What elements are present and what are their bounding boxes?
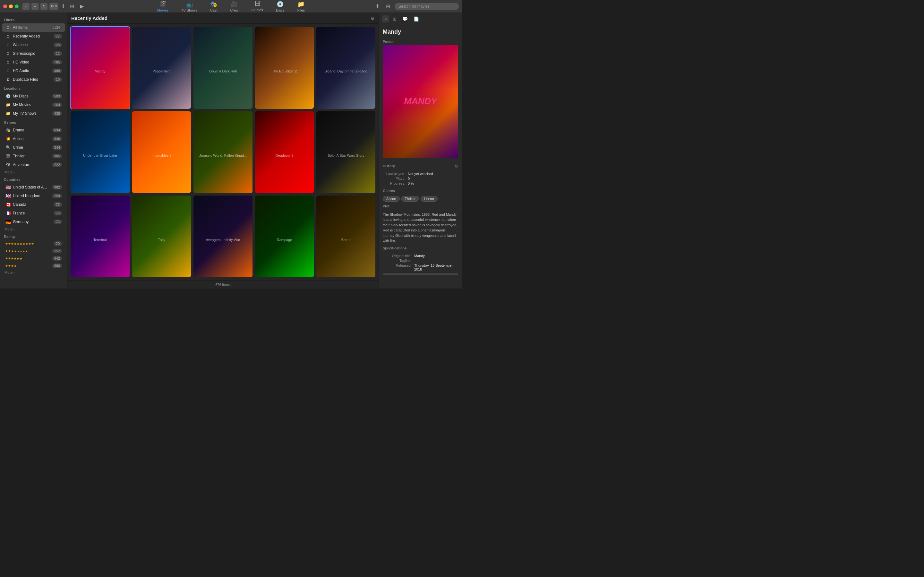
- sidebar: Filters ⊙ All Items 1134 ⊙ Recently Adde…: [0, 13, 67, 288]
- hd-audio-count: 488: [52, 69, 62, 73]
- drama-label: Drama: [13, 128, 52, 132]
- stereoscopic-label: Stereoscopic: [13, 51, 53, 56]
- play-button[interactable]: ▶: [78, 3, 86, 10]
- sidebar-item-hd-video[interactable]: ⊙ HD Video 785: [2, 58, 65, 66]
- sidebar-item-watchlist[interactable]: ⊙ Watchlist 28: [2, 41, 65, 49]
- content-settings-button[interactable]: ⚙: [371, 16, 375, 21]
- close-button[interactable]: [3, 5, 7, 8]
- refresh-button[interactable]: ↻: [40, 3, 47, 10]
- movie-card-8[interactable]: Jurassic World: Fallen Kingd... Jurassic…: [194, 111, 252, 193]
- sidebar-item-my-tv-shows[interactable]: 📁 My TV Shows 438: [2, 109, 65, 118]
- movie-card-9[interactable]: Deadpool 2 Deadpool 2 ★★★★·: [255, 111, 314, 193]
- sidebar-item-canada[interactable]: 🇨🇦 Canada 78: [2, 200, 65, 209]
- maximize-button[interactable]: [15, 5, 19, 8]
- sidebar-item-drama[interactable]: 🎭 Drama 694: [2, 126, 65, 134]
- filter-button[interactable]: ⊞: [384, 3, 392, 10]
- movie-card-11[interactable]: Terminal Terminal ★★★··: [71, 195, 129, 277]
- rating-4-stars: ★★★★: [5, 264, 52, 268]
- movie-card-2[interactable]: Peppermint Peppermint ★★★··: [132, 27, 191, 109]
- share-button[interactable]: ⬆: [373, 3, 381, 10]
- sidebar-item-rating-6[interactable]: ★★★★★★ 442: [2, 255, 65, 262]
- files-icon: 📁: [297, 1, 304, 8]
- tab-discs[interactable]: 💿 Discs: [270, 0, 291, 13]
- tab-movies[interactable]: 🎬 Movies: [151, 0, 175, 13]
- crime-label: Crime: [13, 145, 52, 150]
- add-button[interactable]: +: [23, 3, 29, 10]
- movie-card-5[interactable]: Sicario: Day of the Soldado Sicario: Day…: [317, 27, 375, 109]
- genres-tags-container: ActionThrillerHorror: [379, 196, 462, 201]
- sidebar-item-all-items[interactable]: ⊙ All Items 1134: [2, 23, 65, 32]
- sidebar-item-crime[interactable]: 🔍 Crime 344: [2, 143, 65, 152]
- sidebar-item-duplicate-files[interactable]: ⧉ Duplicate Files 10: [2, 75, 65, 84]
- tab-studios[interactable]: 🎞 Studios: [245, 0, 270, 13]
- genre-tag-horror[interactable]: Horror: [421, 196, 438, 201]
- detail-tab-doc[interactable]: 📄: [411, 15, 421, 23]
- detail-toolbar: ≡ ⊞ 💬 📄: [379, 13, 462, 25]
- movie-card-6[interactable]: Under the Silver Lake Under the Silver L…: [71, 111, 129, 193]
- movie-card-7[interactable]: Incredibles 2 Incredibles 2 ★★★★·: [132, 111, 191, 193]
- rating-more[interactable]: More ›: [0, 269, 67, 276]
- movie-card-14[interactable]: Rampage Rampage ★★★··: [255, 195, 314, 277]
- adventure-icon: 🗺: [5, 162, 11, 168]
- movie-card-13[interactable]: Avengers: Infinity War Avengers: Infinit…: [194, 195, 252, 277]
- thriller-label: Thriller: [13, 154, 52, 158]
- hd-video-label: HD Video: [13, 60, 52, 64]
- movie-card-1[interactable]: Mandy Mandy ★★★★·: [71, 27, 129, 109]
- movie-card-15[interactable]: Beirut Beirut ★★★★·: [317, 195, 375, 277]
- movie-poster: Terminal: [71, 195, 129, 277]
- movie-card-3[interactable]: Down a Dark Hall Down a Dark Hall ★★★··: [194, 27, 252, 109]
- movie-card-12[interactable]: Tully Tully ★★★★·: [132, 195, 191, 277]
- sidebar-item-usa[interactable]: 🇺🇸 United States of A... 982: [2, 183, 65, 191]
- detail-tab-info[interactable]: ≡: [382, 15, 389, 23]
- sidebar-item-my-discs[interactable]: 💿 My Discs 503: [2, 92, 65, 100]
- original-title-label: Original title:: [383, 254, 412, 258]
- movie-card-4[interactable]: The Equalizer 2 The Equalizer 2 ★★★★·: [255, 27, 314, 109]
- sidebar-item-recently-added[interactable]: ⊙ Recently Added 77: [2, 32, 65, 40]
- tab-crew[interactable]: 🎥 Crew: [224, 0, 245, 13]
- detail-tab-grid[interactable]: ⊞: [391, 15, 399, 23]
- progress-label: Progress:: [383, 181, 405, 185]
- history-settings-button[interactable]: ⚙: [454, 164, 458, 169]
- plays-row: Plays: 0: [383, 177, 458, 181]
- watchlist-label: Watchlist: [13, 43, 53, 47]
- movie-poster: Deadpool 2: [255, 111, 314, 193]
- plays-value: 0: [408, 177, 410, 181]
- sidebar-item-thriller[interactable]: 🎬 Thriller 305: [2, 152, 65, 160]
- main-layout: Filters ⊙ All Items 1134 ⊙ Recently Adde…: [0, 13, 462, 288]
- settings-button[interactable]: ⚙ ▾: [49, 3, 58, 10]
- sidebar-item-germany[interactable]: 🇩🇪 Germany 73: [2, 218, 65, 226]
- canada-label: Canada: [13, 202, 53, 207]
- rating-section-title: Rating: [0, 232, 67, 240]
- tab-files[interactable]: 📁 Files: [291, 0, 311, 13]
- sidebar-item-stereoscopic[interactable]: ⊙ Stereoscopic 12: [2, 49, 65, 58]
- detail-tab-chat[interactable]: 💬: [400, 15, 410, 23]
- recently-added-icon: ⊙: [5, 33, 11, 39]
- genre-tag-action[interactable]: Action: [383, 196, 400, 201]
- progress-row: Progress: 0 %: [383, 181, 458, 185]
- countries-more[interactable]: More ›: [0, 226, 67, 232]
- tab-crew-label: Crew: [230, 8, 239, 12]
- sidebar-item-rating-8[interactable]: ★★★★★★★★ 152: [2, 247, 65, 255]
- info-button[interactable]: ℹ: [60, 3, 66, 10]
- movie-poster: Down a Dark Hall: [194, 27, 252, 109]
- minimize-button[interactable]: [9, 5, 13, 8]
- sidebar-item-rating-4[interactable]: ★★★★ 386: [2, 262, 65, 269]
- sidebar-item-adventure[interactable]: 🗺 Adventure 222: [2, 161, 65, 169]
- duplicate-files-label: Duplicate Files: [13, 77, 53, 82]
- germany-label: Germany: [13, 219, 53, 224]
- sidebar-item-hd-audio[interactable]: ⊙ HD Audio 488: [2, 67, 65, 75]
- sidebar-item-rating-10[interactable]: ★★★★★★★★★★ 20: [2, 240, 65, 247]
- genre-tag-thriller[interactable]: Thriller: [401, 196, 419, 201]
- sidebar-item-my-movies[interactable]: 📁 My Movies 164: [2, 101, 65, 109]
- genres-more[interactable]: More ›: [0, 169, 67, 175]
- sidebar-item-action[interactable]: 💥 Action 346: [2, 135, 65, 143]
- sidebar-item-france[interactable]: 🇫🇷 France 76: [2, 209, 65, 218]
- remove-button[interactable]: −: [31, 3, 39, 10]
- france-label: France: [13, 211, 53, 215]
- search-input[interactable]: [395, 3, 459, 10]
- image-button[interactable]: ⊞: [68, 3, 76, 10]
- movie-card-10[interactable]: Solo: A Star Wars Story Solo: A Star War…: [317, 111, 375, 193]
- tab-tvshows[interactable]: 📺 TV Shows: [175, 0, 204, 13]
- sidebar-item-uk[interactable]: 🇬🇧 United Kingdom 259: [2, 192, 65, 200]
- tab-cast[interactable]: 🎭 Cast: [204, 0, 224, 13]
